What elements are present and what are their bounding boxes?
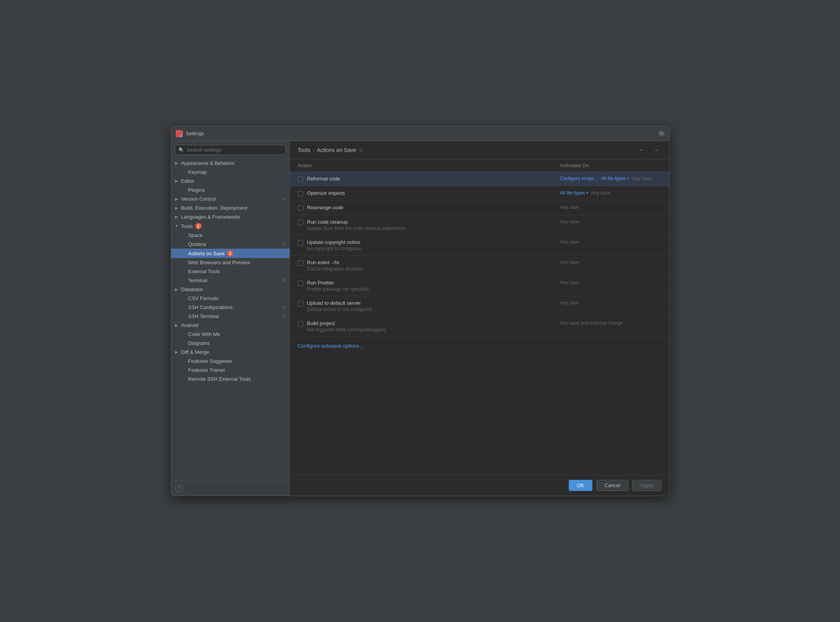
sidebar-item-build-execution[interactable]: ▶Build, Execution, Deployment [171,203,290,212]
sidebar-label-appearance: Appearance & Behavior [181,160,235,166]
sidebar-item-code-with-me[interactable]: Code With Me [171,330,290,339]
configure-autosave-link[interactable]: Configure autosave options... [290,337,669,355]
checkbox-build-project[interactable] [298,321,303,327]
table-row-build-project[interactable]: Build projectNot triggered while running… [290,316,669,337]
checkbox-update-copyright[interactable] [298,240,303,246]
sidebar-item-editor[interactable]: ▶Editor [171,177,290,186]
sidebar-item-tools[interactable]: ▼Tools1 [171,221,290,231]
breadcrumb-part-1[interactable]: Tools [298,147,311,153]
sidebar-label-ssh-configurations: SSH Configurations [188,304,233,310]
settings-dialog: Settings ✕ 🔍 ▶Appearance & BehaviorKeyma… [171,126,670,496]
sidebar-item-appearance[interactable]: ▶Appearance & Behavior [171,159,290,168]
apply-button[interactable]: Apply [632,480,661,491]
sidebar-label-database: Database [181,286,203,292]
app-icon [176,130,183,137]
row-text-run-prettier: Run PrettierPrettier package not specifi… [307,280,369,292]
row-left-run-code-cleanup: Run code cleanupApplies fixes from the c… [298,219,560,231]
sidebar-item-database[interactable]: ▶Database [171,285,290,294]
file-types-btn-optimize-imports[interactable]: All file types ▾ [560,190,588,196]
table-row-reformat-code[interactable]: Reformat codeConfigure scope...All file … [290,172,669,186]
checkbox-run-eslint[interactable] [298,260,303,266]
sidebar-label-csv-formats: CSV Formats [188,295,219,301]
sidebar-item-android[interactable]: ▶Android [171,321,290,330]
table-row-update-copyright[interactable]: Update copyright noticeNo copyright is c… [290,235,669,256]
sidebar-item-features-trainer[interactable]: Features Trainer [171,366,290,375]
sidebar-item-space[interactable]: Space [171,231,290,240]
sidebar-item-web-browsers[interactable]: Web Browsers and Preview [171,258,290,267]
scope-link-reformat-code[interactable]: Configure scope... [560,176,598,181]
sidebar-item-terminal[interactable]: Terminal⊟ [171,276,290,285]
breadcrumb-part-2[interactable]: Actions on Save [317,147,356,153]
row-title-run-prettier: Run Prettier [307,280,369,286]
row-left-run-prettier: Run PrettierPrettier package not specifi… [298,280,560,292]
chevron-icon-tools: ▼ [175,224,180,228]
sidebar-item-features-suggester[interactable]: Features Suggester [171,357,290,366]
file-types-btn-reformat-code[interactable]: All file types ▾ [601,176,629,181]
main-content: Action Activated On Reformat codeConfigu… [290,159,669,475]
checkbox-reformat-code[interactable] [298,177,303,182]
row-title-optimize-imports: Optimize imports [307,190,345,196]
row-left-reformat-code: Reformat code [298,176,560,182]
settings-icon-terminal: ⊟ [282,278,286,283]
sidebar-badge-tools: 1 [195,223,202,229]
back-arrow[interactable]: ← [637,146,647,154]
sidebar-label-features-trainer: Features Trainer [188,367,225,373]
row-text-run-code-cleanup: Run code cleanupApplies fixes from the c… [307,219,406,231]
row-title-upload-default-server: Upload to default server [307,300,372,306]
title-bar: Settings ✕ [171,126,669,141]
sidebar-item-actions-on-save[interactable]: Actions on Save2⊟ [171,249,290,258]
sidebar-item-external-tools[interactable]: External Tools [171,267,290,276]
row-right-build-project: Any save and external change [560,320,661,326]
table-row-run-prettier[interactable]: Run PrettierPrettier package not specifi… [290,276,669,296]
table-rows: Reformat codeConfigure scope...All file … [290,172,669,337]
checkbox-run-prettier[interactable] [298,281,303,286]
sidebar-item-version-control[interactable]: ▶Version Control⊟ [171,194,290,203]
table-row-upload-default-server[interactable]: Upload to default serverDefault server i… [290,296,669,316]
row-subtitle-run-prettier: Prettier package not specified [307,286,369,292]
sidebar-item-keymap[interactable]: Keymap [171,168,290,177]
checkbox-upload-default-server[interactable] [298,301,303,306]
table-row-run-eslint[interactable]: Run eslint --fixESLint integration disab… [290,256,669,276]
sidebar: 🔍 ▶Appearance & BehaviorKeymap▶EditorPlu… [171,141,290,496]
activated-on-run-code-cleanup: Any save [560,219,579,224]
close-button[interactable]: ✕ [658,131,665,137]
row-text-upload-default-server: Upload to default serverDefault server i… [307,300,372,312]
activated-on-optimize-imports: Any save [591,190,610,196]
search-box[interactable]: 🔍 [175,145,286,155]
row-left-build-project: Build projectNot triggered while running… [298,320,560,332]
sidebar-item-plugins[interactable]: Plugins [171,186,290,194]
row-title-run-code-cleanup: Run code cleanup [307,219,406,225]
breadcrumb-settings-icon: ⊟ [359,148,363,153]
sidebar-item-diff-merge[interactable]: ▶Diff & Merge [171,348,290,357]
cancel-button[interactable]: Cancel [596,480,628,491]
sidebar-item-ssh-terminal[interactable]: SSH Terminal⊟ [171,312,290,321]
dialog-title: Settings [186,131,658,136]
table-row-run-code-cleanup[interactable]: Run code cleanupApplies fixes from the c… [290,215,669,235]
row-right-update-copyright: Any save [560,239,661,245]
sidebar-label-tools: Tools [181,223,193,229]
checkbox-rearrange-code[interactable] [298,205,303,211]
row-left-update-copyright: Update copyright noticeNo copyright is c… [298,239,560,251]
row-text-reformat-code: Reformat code [307,176,340,182]
sidebar-item-csv-formats[interactable]: CSV Formats [171,294,290,303]
sidebar-item-languages-frameworks[interactable]: ▶Languages & Frameworks [171,212,290,221]
ok-button[interactable]: OK [569,480,592,491]
forward-arrow[interactable]: → [651,146,661,154]
breadcrumb: Tools › Actions on Save ⊟ [298,147,637,153]
checkbox-run-code-cleanup[interactable] [298,220,303,225]
sidebar-item-qodana[interactable]: Qodana⊟ [171,240,290,249]
sidebar-item-remote-ssh[interactable]: Remote SSH External Tools [171,375,290,383]
table-row-optimize-imports[interactable]: Optimize importsAll file types ▾Any save [290,186,669,201]
sidebar-item-ssh-configurations[interactable]: SSH Configurations⊟ [171,303,290,312]
row-left-upload-default-server: Upload to default serverDefault server i… [298,300,560,312]
table-row-rearrange-code[interactable]: Rearrange codeAny save [290,201,669,215]
row-left-run-eslint: Run eslint --fixESLint integration disab… [298,260,560,272]
sidebar-label-external-tools: External Tools [188,269,220,274]
row-title-reformat-code: Reformat code [307,176,340,182]
checkbox-optimize-imports[interactable] [298,191,303,196]
sidebar-label-plugins: Plugins [188,187,205,193]
sidebar-item-diagrams[interactable]: Diagrams [171,339,290,348]
search-input[interactable] [187,147,282,153]
help-button[interactable]: ? [175,484,184,493]
sidebar-label-editor: Editor [181,178,195,184]
